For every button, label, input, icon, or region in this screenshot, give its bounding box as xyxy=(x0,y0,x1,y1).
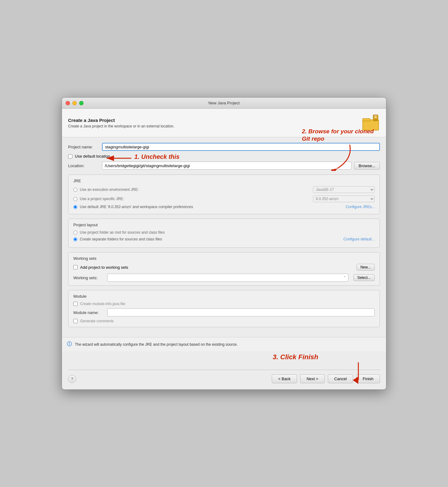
add-working-sets-checkbox[interactable] xyxy=(73,265,78,269)
location-annotation-container: Location: Browse... 2. Browse for your c… xyxy=(68,162,380,170)
jre-option2-radio[interactable] xyxy=(73,197,77,201)
header-subtitle: Create a Java project in the workspace o… xyxy=(68,124,174,128)
jre-option2-label: Use a project specific JRE: xyxy=(80,197,313,201)
generate-comments-checkbox[interactable] xyxy=(73,319,78,323)
jre-option1-radio[interactable] xyxy=(73,188,77,192)
svg-rect-1 xyxy=(363,119,370,121)
jre-option2-row: Use a project specific JRE: 8.0.352-amzn xyxy=(73,195,375,202)
footer-right-buttons: < Back Next > Cancel Finish xyxy=(272,374,380,383)
svg-rect-0 xyxy=(363,120,379,130)
main-window: New Java Project Create a Java Project C… xyxy=(62,97,386,390)
create-module-info-checkbox[interactable] xyxy=(73,302,78,306)
configure-jres-link[interactable]: Configure JREs... xyxy=(346,205,375,209)
project-layout-section: Project layout Use project folder as roo… xyxy=(68,219,380,248)
use-default-location-label: Use default location xyxy=(75,154,110,159)
footer-area: 3. Click Finish ? < Back Next > Cancel F… xyxy=(62,351,386,389)
close-button[interactable] xyxy=(66,101,70,105)
jre-section: JRE Use an execution environment JRE: Ja… xyxy=(68,175,380,214)
maximize-button[interactable] xyxy=(79,101,83,105)
working-sets-title: Working sets xyxy=(73,256,375,261)
new-working-set-button[interactable]: New... xyxy=(356,264,375,271)
info-icon: ⓘ xyxy=(67,341,72,348)
working-sets-dropdown[interactable]: ⌃ xyxy=(107,274,348,282)
title-bar: New Java Project xyxy=(62,98,386,109)
jre-option3-radio[interactable] xyxy=(73,205,77,209)
jre-option1-row: Use an execution environment JRE: JavaSE… xyxy=(73,186,375,193)
module-section: Module Create module-info.java file Modu… xyxy=(68,290,380,327)
layout-option1-radio[interactable] xyxy=(73,231,77,235)
generate-comments-row: Generate comments xyxy=(73,319,375,323)
location-label: Location: xyxy=(68,163,102,168)
header-text: Create a Java Project Create a Java proj… xyxy=(68,118,174,128)
window-title: New Java Project xyxy=(208,101,239,105)
header-section: Create a Java Project Create a Java proj… xyxy=(62,109,386,137)
layout-option1-label: Use project folder as root for sources a… xyxy=(80,230,375,235)
project-name-label: Project name: xyxy=(68,145,102,149)
module-title: Module xyxy=(73,294,375,299)
annotation-3-label: 3. Click Finish xyxy=(273,353,318,361)
traffic-lights xyxy=(66,101,83,105)
create-module-info-row: Create module-info.java file xyxy=(73,302,375,306)
add-working-sets-row: Add project to working sets New... xyxy=(73,264,375,271)
finish-button[interactable]: Finish xyxy=(356,374,380,383)
working-sets-section: Working sets Add project to working sets… xyxy=(68,252,380,286)
layout-option2-radio[interactable] xyxy=(73,237,77,241)
layout-option2-row: Create separate folders for sources and … xyxy=(73,237,375,241)
location-input[interactable] xyxy=(102,162,352,170)
info-bar: ⓘ The wizard will automatically configur… xyxy=(62,337,386,351)
main-content: Project name: Use default location xyxy=(62,137,386,337)
jre-option3-label: Use default JRE '8.0.352-amzn' and works… xyxy=(80,205,346,209)
generate-comments-label: Generate comments xyxy=(80,319,114,323)
header-title: Create a Java Project xyxy=(68,118,174,123)
jre-title: JRE xyxy=(73,179,375,183)
jre-option3-row: Use default JRE '8.0.352-amzn' and works… xyxy=(73,205,375,209)
default-location-container: Use default location 1. Uncheck this xyxy=(68,154,380,159)
project-name-row: Project name: xyxy=(68,143,380,151)
create-module-info-label: Create module-info.java file xyxy=(80,302,125,306)
module-name-input[interactable] xyxy=(107,308,375,316)
jre-option2-select[interactable]: 8.0.352-amzn xyxy=(313,195,375,202)
use-default-location-row: Use default location xyxy=(68,154,380,159)
browse-button[interactable]: Browse... xyxy=(354,162,380,170)
add-working-sets-label: Add project to working sets xyxy=(80,265,356,270)
wizard-icon xyxy=(361,114,380,132)
next-button[interactable]: Next > xyxy=(300,374,325,383)
working-sets-label: Working sets: xyxy=(73,276,107,280)
configure-default-link[interactable]: Configure default... xyxy=(344,237,375,241)
module-name-row: Module name: xyxy=(73,308,375,316)
minimize-button[interactable] xyxy=(72,101,77,105)
layout-option1-row: Use project folder as root for sources a… xyxy=(73,230,375,235)
module-name-label: Module name: xyxy=(73,310,107,315)
project-name-input[interactable] xyxy=(102,143,380,151)
select-working-set-button[interactable]: Select... xyxy=(353,274,375,281)
working-sets-input-row: Working sets: ⌃ Select... xyxy=(73,274,375,282)
jre-option1-select[interactable]: JavaSE-17 xyxy=(313,186,375,193)
cancel-button[interactable]: Cancel xyxy=(328,374,353,383)
jre-option1-label: Use an execution environment JRE: xyxy=(80,187,313,192)
info-message: The wizard will automatically configure … xyxy=(75,342,238,347)
use-default-location-checkbox[interactable] xyxy=(68,154,72,159)
project-layout-title: Project layout xyxy=(73,223,375,227)
back-button[interactable]: < Back xyxy=(272,374,297,383)
footer-buttons: ? < Back Next > Cancel Finish xyxy=(68,370,380,383)
help-button[interactable]: ? xyxy=(68,375,76,383)
layout-option2-label: Create separate folders for sources and … xyxy=(80,237,344,241)
location-row: Location: Browse... xyxy=(68,162,380,170)
